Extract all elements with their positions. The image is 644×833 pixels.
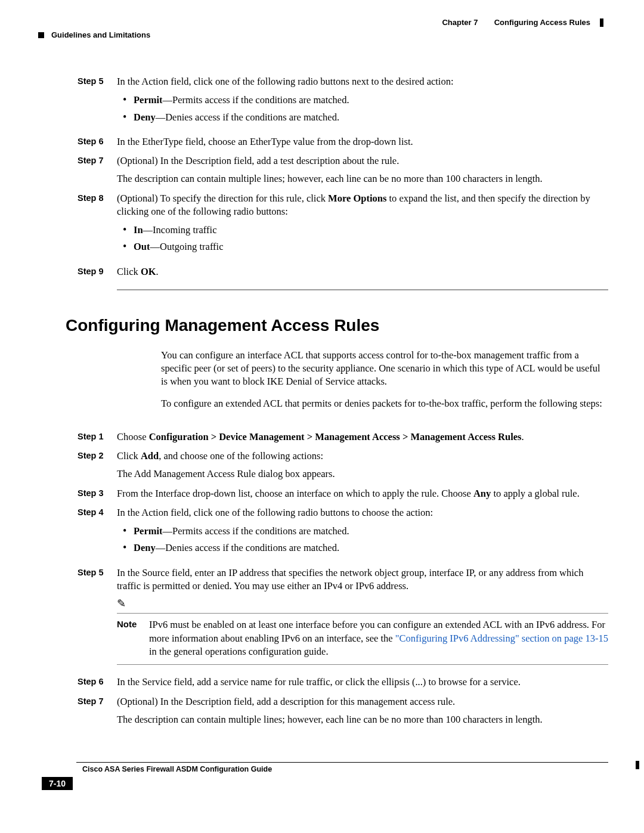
bullet-in: In—Incoming traffic bbox=[134, 222, 608, 239]
step-7: Step 7 (Optional) In the Description fie… bbox=[78, 154, 608, 186]
guide-title: Cisco ASA Series Firewall ASDM Configura… bbox=[82, 765, 608, 773]
step-text: (Optional) In the Description field, add… bbox=[117, 154, 608, 168]
note-icon: ✎ bbox=[117, 596, 608, 611]
step-label: Step 2 bbox=[78, 450, 117, 481]
step-text: In the EtherType field, choose an EtherT… bbox=[117, 135, 608, 148]
section-heading: Configuring Management Access Rules bbox=[66, 314, 608, 337]
step-label: Step 6 bbox=[78, 676, 117, 689]
step-b7: Step 7 (Optional) In the Description fie… bbox=[78, 695, 608, 727]
step-label: Step 7 bbox=[78, 154, 117, 186]
step-text: In the Service field, add a service name… bbox=[117, 676, 608, 689]
intro-paragraph-2: To configure an extended ACL that permit… bbox=[161, 397, 608, 410]
step-b1: Step 1 Choose Configuration > Device Man… bbox=[78, 431, 608, 444]
section-name: Guidelines and Limitations bbox=[51, 30, 150, 39]
bullet-permit: Permit—Permits access if the conditions … bbox=[134, 523, 608, 540]
step-text: (Optional) In the Description field, add… bbox=[117, 695, 608, 708]
section-divider bbox=[117, 289, 608, 290]
intro-paragraph-1: You can configure an interface ACL that … bbox=[161, 349, 608, 389]
bullet-out: Out—Outgoing traffic bbox=[134, 239, 608, 255]
step-label: Step 6 bbox=[78, 135, 117, 148]
step-label: Step 5 bbox=[78, 75, 117, 129]
step-label: Step 7 bbox=[78, 695, 117, 727]
footer-end-marker bbox=[636, 761, 639, 769]
step-8: Step 8 (Optional) To specify the directi… bbox=[78, 192, 608, 259]
page-footer: Cisco ASA Series Firewall ASDM Configura… bbox=[42, 762, 608, 786]
step-text: In the Action field, click one of the fo… bbox=[117, 75, 608, 88]
note-rule bbox=[117, 613, 608, 614]
footer-rule bbox=[76, 762, 608, 763]
bullet-permit: Permit—Permits access if the conditions … bbox=[134, 92, 608, 109]
step-b3: Step 3 From the Interface drop-down list… bbox=[78, 487, 608, 500]
step-label: Step 4 bbox=[78, 506, 117, 561]
step-text: In the Source field, enter an IP address… bbox=[117, 566, 608, 593]
step-b5: Step 5 In the Source field, enter an IP … bbox=[78, 566, 608, 670]
note-block: Note IPv6 must be enabled on at least on… bbox=[117, 618, 608, 658]
bullet-deny: Deny—Denies access if the conditions are… bbox=[134, 109, 608, 126]
step-9: Step 9 Click OK. bbox=[78, 265, 608, 278]
section-header: Guidelines and Limitations bbox=[38, 30, 608, 39]
step-extra: The description can contain multiple lin… bbox=[117, 172, 608, 185]
bullet-deny: Deny—Denies access if the conditions are… bbox=[134, 540, 608, 556]
step-text: From the Interface drop-down list, choos… bbox=[117, 487, 608, 500]
note-label: Note bbox=[117, 618, 149, 658]
chapter-title: Configuring Access Rules bbox=[494, 18, 590, 27]
note-body: IPv6 must be enabled on at least one int… bbox=[149, 618, 608, 658]
step-b6: Step 6 In the Service field, add a servi… bbox=[78, 676, 608, 689]
step-label: Step 1 bbox=[78, 431, 117, 444]
document-page: Chapter 7 Configuring Access Rules Guide… bbox=[0, 0, 644, 810]
step-label: Step 8 bbox=[78, 192, 117, 259]
step-label: Step 5 bbox=[78, 566, 117, 670]
step-text: Choose Configuration > Device Management… bbox=[117, 431, 608, 444]
chapter-label: Chapter 7 bbox=[442, 18, 478, 27]
step-label: Step 9 bbox=[78, 265, 117, 278]
step-b2: Step 2 Click Add, and choose one of the … bbox=[78, 450, 608, 481]
step-b4: Step 4 In the Action field, click one of… bbox=[78, 506, 608, 561]
step-extra: The Add Management Access Rule dialog bo… bbox=[117, 467, 608, 481]
running-header: Chapter 7 Configuring Access Rules bbox=[36, 18, 608, 27]
page-number: 7-10 bbox=[42, 777, 73, 790]
step-text: In the Action field, click one of the fo… bbox=[117, 506, 608, 519]
step-text: Click OK. bbox=[117, 265, 608, 278]
note-rule bbox=[117, 664, 608, 665]
step-6: Step 6 In the EtherType field, choose an… bbox=[78, 135, 608, 148]
step-text: (Optional) To specify the direction for … bbox=[117, 192, 608, 219]
header-end-marker bbox=[600, 18, 603, 27]
cross-ref-link[interactable]: "Configuring IPv6 Addressing" section on… bbox=[395, 633, 608, 644]
step-5: Step 5 In the Action field, click one of… bbox=[78, 75, 608, 129]
section-square-icon bbox=[38, 32, 44, 38]
step-text: Click Add, and choose one of the followi… bbox=[117, 450, 608, 463]
step-extra: The description can contain multiple lin… bbox=[117, 713, 608, 726]
step-label: Step 3 bbox=[78, 487, 117, 500]
